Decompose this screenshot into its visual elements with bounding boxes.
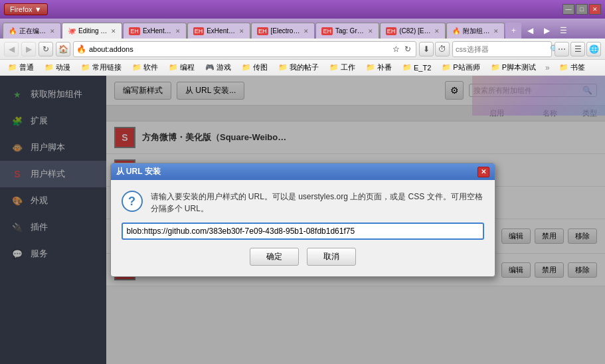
tab-icon: 🔥 <box>9 27 17 35</box>
title-bar: Firefox ▼ — □ ✕ <box>0 0 605 19</box>
tab-close-icon[interactable]: ✕ <box>434 28 440 35</box>
dialog-url-input[interactable] <box>122 223 484 240</box>
address-bar-container: 🔥 ☆ ↻ <box>73 41 416 57</box>
nav-extra-buttons: ⬇ ⏱ <box>419 42 450 56</box>
info-icon: ? <box>122 191 143 212</box>
tab-2[interactable]: 🐙 Editing … ✕ <box>62 23 122 39</box>
tab-8[interactable]: 🔥 附加组… ✕ <box>446 23 505 39</box>
bookmark-star-icon[interactable]: ☆ <box>392 45 400 54</box>
folder-icon: 📁 <box>402 63 412 72</box>
tab-close-icon[interactable]: ✕ <box>239 28 244 35</box>
tab-scroll-right[interactable]: ▶ <box>539 23 555 39</box>
bookmark-工作[interactable]: 📁 工作 <box>325 61 359 74</box>
tab-7[interactable]: EH (C82) [E… ✕ <box>380 23 446 39</box>
tab-label: ExHent… <box>207 27 235 35</box>
bookmark-传图[interactable]: 📁 传图 <box>238 61 272 74</box>
folder-icon: 📁 <box>169 63 178 72</box>
dialog-message: 请输入要安装的用户样式的 URL。可以是 userstyles.org 上的页面… <box>151 191 484 215</box>
tab-3[interactable]: EH ExHent… ✕ <box>123 23 186 39</box>
bookmark-P脚本测试[interactable]: 📁 P脚本测试 <box>487 61 540 74</box>
minimize-button[interactable]: — <box>562 4 574 15</box>
bookmark-E_T2[interactable]: 📁 E_T2 <box>398 62 435 73</box>
tab-close-icon[interactable]: ✕ <box>50 28 55 35</box>
tab-label: (C82) [E… <box>399 27 430 35</box>
bookmark-label: 传图 <box>253 62 268 72</box>
back-button[interactable]: ◀ <box>4 42 19 56</box>
dialog-title: 从 URL 安装 <box>116 166 161 177</box>
tab-close-icon[interactable]: ✕ <box>493 28 499 35</box>
reload-button[interactable]: ↻ <box>39 42 53 56</box>
bookmark-游戏[interactable]: 🎮 游戏 <box>201 61 235 74</box>
address-input[interactable] <box>89 45 390 53</box>
tab-scroll-left[interactable]: ◀ <box>522 23 538 39</box>
bookmark-label: 软件 <box>143 62 158 72</box>
bookmark-P站画师[interactable]: 📁 P站画师 <box>438 61 483 74</box>
web-icon-button[interactable]: 🌐 <box>586 42 601 56</box>
tab-1[interactable]: 🔥 正在编… ✕ <box>3 23 61 39</box>
main-content: ★ 获取附加组件 🧩 扩展 🐵 用户脚本 S 用户样式 🎨 外观 🔌 插件 <box>0 76 605 364</box>
folder-icon: 📁 <box>491 63 500 72</box>
dialog-buttons: 确定 取消 <box>122 248 484 266</box>
folder-icon: 📁 <box>81 63 90 72</box>
bookmark-label: E_T2 <box>414 64 431 72</box>
tab-6[interactable]: EH Tag: Gr… ✕ <box>315 23 379 39</box>
maximize-button[interactable]: □ <box>576 4 588 15</box>
tab-label: 附加组… <box>463 27 489 36</box>
tab-5[interactable]: EH [Electro… ✕ <box>251 23 315 39</box>
browser-window: Firefox ▼ — □ ✕ 🔥 正在编… ✕ 🐙 Editing … ✕ E… <box>0 0 605 364</box>
bookmark-label: 普通 <box>19 62 34 72</box>
bookmark-label: 动漫 <box>56 62 70 72</box>
search-bar-container: 🔍 <box>452 41 552 57</box>
new-tab-button[interactable]: + <box>505 23 521 39</box>
bookmark-label: 游戏 <box>216 62 231 72</box>
tab-bar: 🔥 正在编… ✕ 🐙 Editing … ✕ EH ExHent… ✕ EH E… <box>0 19 605 39</box>
firefox-menu-button[interactable]: Firefox ▼ <box>4 3 48 15</box>
folder-icon: 📁 <box>278 63 288 72</box>
tab-label: Editing … <box>78 27 107 35</box>
nav-right-buttons: ⋯ ☰ 🌐 <box>555 42 601 56</box>
dialog-close-button[interactable]: ✕ <box>477 167 489 177</box>
bookmark-label: 工作 <box>341 62 355 72</box>
dialog-cancel-button[interactable]: 取消 <box>307 248 356 266</box>
search-input[interactable] <box>456 45 547 53</box>
downloads-button[interactable]: ⬇ <box>419 42 434 56</box>
history-button[interactable]: ⏱ <box>435 42 450 56</box>
bookmark-补番[interactable]: 📁 补番 <box>362 61 396 74</box>
tab-4[interactable]: EH ExHent… ✕ <box>187 23 250 39</box>
folder-icon: 🎮 <box>205 63 215 72</box>
close-button[interactable]: ✕ <box>589 4 601 15</box>
dialog-message-row: ? 请输入要安装的用户样式的 URL。可以是 userstyles.org 上的… <box>122 191 484 215</box>
tab-close-icon[interactable]: ✕ <box>303 28 309 35</box>
bookmark-label: 编程 <box>180 62 195 72</box>
tab-menu-button[interactable]: ☰ <box>555 23 571 39</box>
hamburger-menu-button[interactable]: ☰ <box>570 42 585 56</box>
tab-close-icon[interactable]: ✕ <box>175 28 181 35</box>
folder-icon: 📁 <box>8 63 17 72</box>
tab-icon: 🔥 <box>452 27 460 35</box>
bookmark-动漫[interactable]: 📁 动漫 <box>41 61 74 74</box>
dialog-ok-button[interactable]: 确定 <box>250 248 299 266</box>
bookmark-我的帖子[interactable]: 📁 我的帖子 <box>274 61 323 74</box>
tab-label: 正在编… <box>19 27 46 36</box>
bookmarks-more-icon[interactable]: » <box>545 63 550 72</box>
bookmark-普通[interactable]: 📁 普通 <box>4 61 38 74</box>
bookmark-软件[interactable]: 📁 软件 <box>128 61 162 74</box>
tab-close-icon[interactable]: ✕ <box>111 28 116 35</box>
nav-bar: ◀ ▶ ↻ 🏠 🔥 ☆ ↻ ⬇ ⏱ 🔍 ⋯ ☰ 🌐 <box>0 39 605 60</box>
firefox-icon-small: 🔥 <box>76 45 86 54</box>
bookmark-书签[interactable]: 📁 书签 <box>555 61 589 74</box>
bookmark-label: 书签 <box>570 62 585 72</box>
bookmark-编程[interactable]: 📁 编程 <box>165 61 199 74</box>
home-button[interactable]: 🏠 <box>56 42 70 56</box>
tab-icon: EH <box>193 27 205 35</box>
bookmark-常用链接[interactable]: 📁 常用链接 <box>77 61 126 74</box>
dialog-body: ? 请输入要安装的用户样式的 URL。可以是 userstyles.org 上的… <box>111 180 495 276</box>
forward-button[interactable]: ▶ <box>21 42 36 56</box>
more-tools-button[interactable]: ⋯ <box>555 42 569 56</box>
tab-close-icon[interactable]: ✕ <box>368 28 373 35</box>
bookmark-label: 常用链接 <box>92 62 122 72</box>
tab-label: [Electro… <box>271 27 300 35</box>
refresh-icon[interactable]: ↻ <box>402 44 413 54</box>
tab-icon: EH <box>321 27 333 35</box>
bookmark-label: 补番 <box>377 62 392 72</box>
